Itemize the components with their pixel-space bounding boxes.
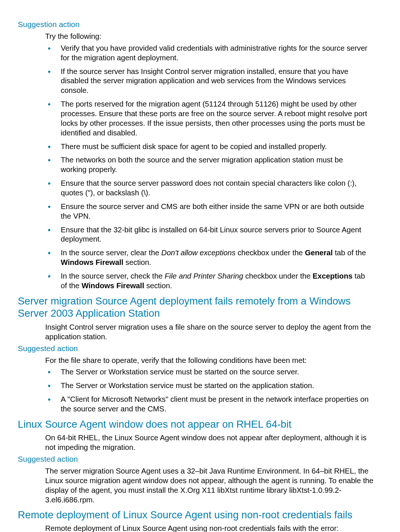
list-item: Verify that you have provided valid cred… [61,44,370,63]
heading-linux-agent-rhel: Linux Source Agent window does not appea… [18,418,382,431]
heading-suggested-action: Suggested action [18,344,382,353]
heading-remote-deployment-fails: Remote deployment of Linux Source Agent … [18,509,382,521]
list-item: There must be sufficient disk space for … [61,142,370,152]
bold-text: Windows Firewall [61,258,123,266]
intro-text: For the file share to operate, verify th… [45,356,379,366]
intro-text: The server migration Source Agent uses a… [45,467,379,505]
bold-text: Windows Firewall [81,282,144,290]
list-item: In the source server, clear the Don't al… [61,248,370,267]
bullet-list: Verify that you have provided valid cred… [45,44,370,291]
italic-text: File and Printer Sharing [165,272,243,280]
section-suggested-action-2: Suggested action For the file share to o… [18,344,382,414]
italic-text: Don't allow exceptions [161,249,236,257]
document-page: Suggestion action Try the following: Ver… [0,0,400,532]
section-suggestion-action-1: Suggestion action Try the following: Ver… [18,20,382,291]
bold-text: General [305,249,333,257]
list-item: The ports reserved for the migration age… [61,100,370,138]
list-item: A "Client for Microsoft Networks" client… [61,395,370,414]
section-remote-deployment-fails: Remote deployment of Linux Source Agent … [18,509,382,532]
intro-text: On 64-bit RHEL, the Linux Source Agent w… [45,433,379,452]
list-item: Ensure that the 32-bit glibc is installe… [61,225,370,245]
heading-suggestion-action: Suggestion action [18,20,382,29]
list-item: The Server or Workstation service must b… [61,381,370,391]
section-suggested-action-3: Suggested action The server migration So… [18,455,382,505]
list-item: The networks on both the source and the … [61,155,370,175]
intro-text: Remote deployment of Linux Source Agent … [45,524,379,532]
list-item: If the source server has Insight Control… [61,67,370,96]
heading-suggested-action: Suggested action [18,455,382,464]
section-linux-agent-rhel: Linux Source Agent window does not appea… [18,418,382,452]
list-item: In the source server, check the File and… [61,272,370,291]
intro-text: Insight Control server migration uses a … [45,323,379,342]
bullet-list: The Server or Workstation service must b… [45,367,370,414]
section-server-migration-fails: Server migration Source Agent deployment… [18,295,382,342]
heading-server-migration-fails: Server migration Source Agent deployment… [18,295,382,320]
list-item: The Server or Workstation service must b… [61,367,370,377]
bold-text: Exceptions [313,272,353,280]
list-item: Ensure the source server and CMS are bot… [61,202,370,221]
list-item: Ensure that the source server password d… [61,179,370,198]
intro-text: Try the following: [45,32,379,41]
